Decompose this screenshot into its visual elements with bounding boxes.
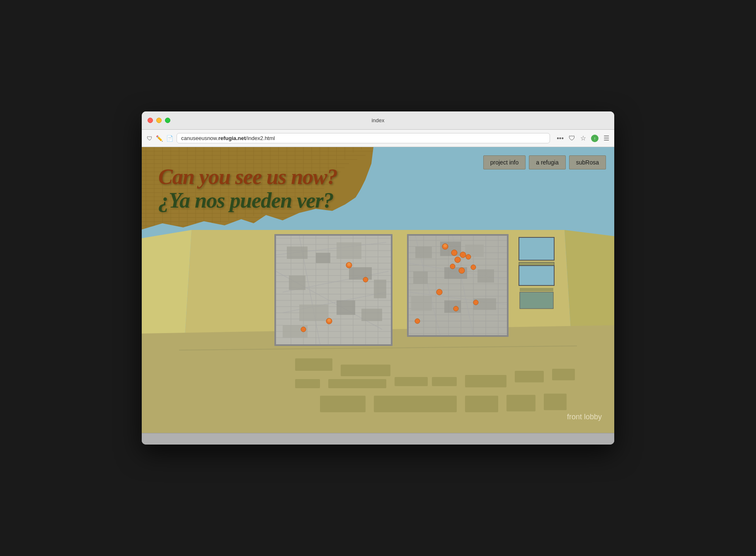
svg-point-114 [363,277,368,282]
svg-rect-153 [444,300,461,313]
heading-line1: Can you see us now? [158,165,353,189]
svg-point-111 [327,319,331,322]
svg-rect-59 [465,375,506,387]
menu-icon[interactable]: ☰ [603,134,609,142]
svg-rect-168 [519,237,554,260]
svg-rect-152 [411,296,432,311]
update-badge[interactable]: ↑ [591,135,598,142]
svg-rect-57 [395,377,428,386]
svg-point-159 [455,257,460,263]
floor-label: front lobby [567,413,602,421]
svg-point-167 [415,319,420,324]
svg-point-164 [436,289,442,295]
browser-actions: ••• 🛡 ☆ ↑ ☰ [557,134,609,142]
project-info-button[interactable]: project info [483,155,526,169]
svg-point-163 [471,265,476,270]
bookmark-shield-icon[interactable]: 🛡 [569,135,575,142]
maximize-button[interactable] [165,118,170,123]
svg-rect-61 [552,369,575,380]
more-icon[interactable]: ••• [557,135,564,142]
status-bar [142,433,614,445]
subrosa-button[interactable]: subRosa [569,155,606,169]
shield-icon: 🛡 [147,135,153,142]
svg-rect-171 [520,288,553,291]
browser-window: index 🛡 ✏️ 📄 canuseeusnow.refugia.net/in… [142,111,614,445]
page-icon: 📄 [166,135,173,142]
svg-rect-65 [506,395,536,411]
content-area: Can you see us now? ¿Ya nos pueden ver? … [142,147,614,433]
url-text: canuseeusnow.refugia.net/index2.html [181,135,275,141]
svg-rect-101 [316,253,330,263]
svg-rect-60 [515,371,544,382]
svg-rect-170 [519,266,554,285]
minimize-button[interactable] [156,118,162,123]
svg-point-162 [459,268,465,273]
svg-rect-54 [341,365,390,376]
heading-container: Can you see us now? ¿Ya nos pueden ver? [142,147,370,230]
svg-rect-56 [328,379,386,388]
svg-point-158 [460,252,466,258]
svg-rect-63 [320,396,366,412]
svg-point-156 [443,244,447,247]
svg-rect-66 [544,394,567,410]
svg-rect-107 [337,300,355,315]
svg-rect-102 [337,242,361,259]
svg-rect-104 [349,267,372,280]
svg-rect-55 [295,379,320,388]
traffic-lights [148,118,170,123]
svg-rect-151 [477,269,494,283]
svg-rect-149 [413,271,428,284]
title-bar: index [142,111,614,130]
svg-point-160 [466,254,471,259]
svg-point-161 [450,264,455,269]
edit-icon: ✏️ [156,135,163,142]
svg-rect-105 [374,280,386,298]
svg-rect-146 [415,247,432,258]
heading-line2: ¿Ya nos pueden ver? [158,189,353,212]
address-bar: 🛡 ✏️ 📄 canuseeusnow.refugia.net/index2.h… [142,130,614,147]
svg-rect-172 [520,292,553,309]
svg-rect-58 [432,377,457,386]
svg-rect-62 [374,396,457,412]
svg-rect-100 [287,247,308,259]
svg-point-165 [453,306,458,311]
svg-rect-106 [299,305,328,321]
svg-point-115 [301,327,306,332]
svg-point-113 [347,263,351,266]
svg-rect-108 [361,309,382,321]
svg-point-157 [451,250,457,256]
svg-point-166 [473,300,478,305]
nav-buttons: project info a refugia subRosa [483,155,606,169]
svg-rect-103 [289,276,305,290]
svg-rect-64 [465,396,498,412]
svg-rect-53 [295,358,332,371]
url-bar[interactable]: canuseeusnow.refugia.net/index2.html [177,133,550,143]
star-icon[interactable]: ☆ [580,134,586,142]
close-button[interactable] [148,118,153,123]
page-title: index [371,117,384,123]
svg-rect-169 [519,262,554,266]
a-refugia-button[interactable]: a refugia [529,155,565,169]
